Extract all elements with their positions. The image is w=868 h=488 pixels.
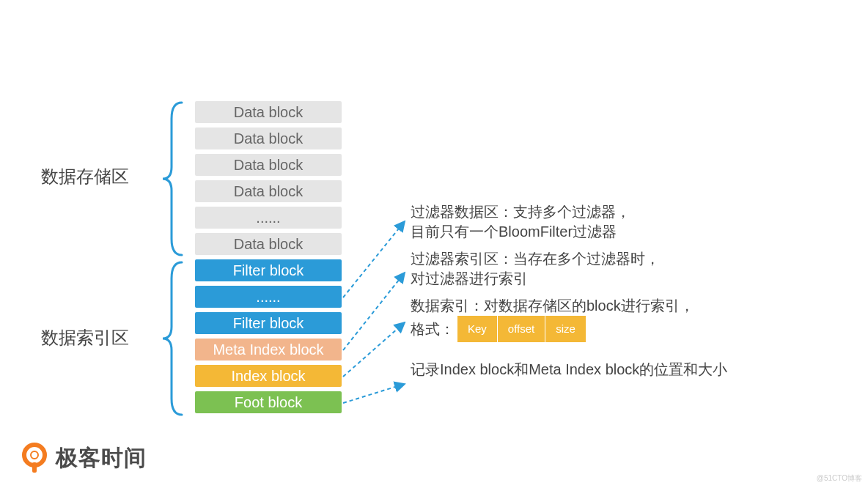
logo-icon (21, 443, 48, 473)
arrow-data-index (343, 322, 405, 377)
annotation-line: 数据索引：对数据存储区的block进行索引， (411, 296, 836, 316)
data-block-ellipsis: ...... (195, 207, 342, 229)
watermark: @51CTO博客 (817, 473, 862, 484)
foot-block: Foot block (195, 391, 342, 413)
data-block: Data block (195, 180, 342, 202)
arrow-foot (343, 384, 405, 403)
diagram-canvas: 数据存储区 数据索引区 Data block Data block Data b… (0, 0, 868, 488)
annotation-line: 记录Index block和Meta Index block的位置和大小 (411, 360, 836, 380)
key-field: Key (457, 316, 498, 342)
annotation-line: 目前只有一个BloomFilter过滤器 (411, 222, 836, 242)
label-storage-region: 数据存储区 (41, 165, 129, 188)
annotation-data-index: 数据索引：对数据存储区的block进行索引， 格式： Key offset si… (411, 296, 836, 342)
brand-logo: 极客时间 (21, 443, 147, 473)
filter-block-ellipsis: ...... (195, 286, 342, 308)
brand-name: 极客时间 (56, 443, 147, 473)
key-field: offset (498, 316, 545, 342)
meta-index-block: Meta Index block (195, 339, 342, 361)
annotation-filter-index: 过滤器索引区：当存在多个过滤器时， 对过滤器进行索引 (411, 249, 836, 289)
annotation-line: 对过滤器进行索引 (411, 269, 836, 289)
svg-point-2 (31, 451, 38, 459)
bracket-storage (161, 101, 183, 256)
index-block: Index block (195, 365, 342, 387)
arrow-filter-data (343, 221, 405, 297)
bracket-index (161, 261, 183, 416)
key-field: size (545, 316, 586, 342)
svg-rect-1 (32, 462, 37, 473)
block-stack: Data block Data block Data block Data bl… (195, 101, 342, 413)
key-format-box: Key offset size (457, 316, 586, 342)
arrow-filter-index (343, 273, 405, 350)
filter-block: Filter block (195, 259, 342, 281)
data-block: Data block (195, 127, 342, 149)
data-block: Data block (195, 154, 342, 176)
annotation-column: 过滤器数据区：支持多个过滤器， 目前只有一个BloomFilter过滤器 过滤器… (411, 202, 836, 380)
annotation-filter-data: 过滤器数据区：支持多个过滤器， 目前只有一个BloomFilter过滤器 (411, 202, 836, 242)
data-block: Data block (195, 233, 342, 255)
data-block: Data block (195, 101, 342, 123)
label-index-region: 数据索引区 (41, 326, 129, 350)
annotation-line: 过滤器索引区：当存在多个过滤器时， (411, 249, 836, 269)
annotation-foot: 记录Index block和Meta Index block的位置和大小 (411, 360, 836, 380)
filter-block: Filter block (195, 312, 342, 334)
annotation-line: 格式： (411, 318, 455, 340)
annotation-line: 过滤器数据区：支持多个过滤器， (411, 202, 836, 222)
